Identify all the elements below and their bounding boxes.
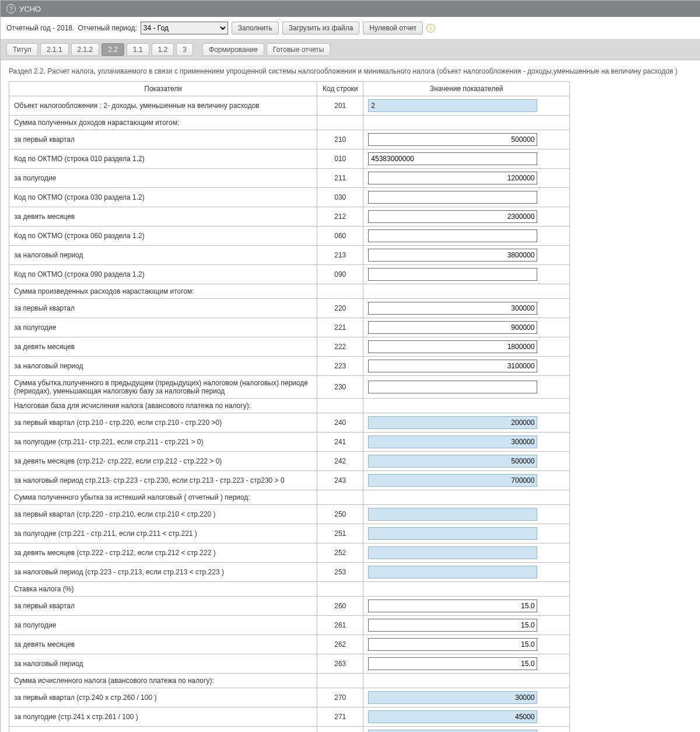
row-label: Налоговая база для исчисления налога (ав… (9, 399, 317, 413)
row-value-cell (363, 318, 570, 337)
value-input[interactable] (368, 657, 537, 670)
table-row: за полугодие221 (9, 318, 570, 337)
row-value-cell (363, 337, 570, 357)
tab-titul[interactable]: Титул (6, 43, 38, 56)
row-code: 230 (317, 376, 363, 399)
tab-2-1-2[interactable]: 2.1.2 (71, 43, 100, 56)
row-code: 242 (317, 452, 363, 471)
value-input[interactable] (368, 321, 537, 334)
row-code: 212 (317, 207, 363, 226)
value-input[interactable] (368, 302, 537, 315)
value-input (368, 566, 537, 578)
row-code (317, 284, 363, 299)
toolbar: Отчетный год - 2018. Отчетный период: 34… (1, 17, 700, 40)
row-value-cell (363, 413, 570, 433)
row-code: 221 (317, 318, 363, 337)
tab-3[interactable]: 3 (176, 43, 193, 56)
table-row: за полугодие (стр.221 - стр.211, если ст… (9, 524, 570, 543)
table-row: за первый квартал210 (9, 130, 570, 149)
period-select[interactable]: 34 - Год (141, 22, 228, 34)
row-code: 213 (317, 246, 363, 265)
value-input[interactable] (368, 133, 537, 146)
value-input[interactable] (368, 152, 537, 165)
table-row: за полугодие261 (9, 616, 570, 635)
tab-2-2[interactable]: 2.2 (102, 43, 124, 56)
row-code (317, 582, 363, 597)
row-code: 201 (317, 96, 363, 116)
row-code (317, 674, 363, 688)
table-row: за первый квартал (стр.240 x стр.260 / 1… (9, 688, 570, 707)
row-label: Код по ОКТМО (строка 090 раздела 1.2) (9, 265, 317, 284)
load-file-button[interactable]: Загрузить из файла (282, 22, 360, 34)
value-input (368, 546, 537, 559)
table-row: Сумма исчисленного налога (авансового пл… (9, 674, 570, 688)
period-label: Отчетный период: (78, 24, 136, 32)
row-code: 272 (317, 727, 363, 733)
value-input[interactable] (368, 229, 537, 242)
table-row: Код по ОКТМО (строка 010 раздела 1.2)010 (9, 149, 570, 169)
table-row: Сумма полученного убытка за истекший нал… (9, 490, 570, 505)
row-value-cell (363, 265, 570, 284)
row-code: 271 (317, 707, 363, 727)
col-indicator: Показатели (9, 82, 317, 96)
tab-formation[interactable]: Формирование (202, 43, 264, 56)
value-input[interactable] (368, 210, 537, 223)
row-code: 211 (317, 169, 363, 188)
row-label: Ставка налога (%) (9, 582, 317, 597)
table-row: за девять месяцев212 (9, 207, 570, 226)
value-input[interactable] (368, 360, 537, 372)
row-code: 090 (317, 265, 363, 284)
row-code: 060 (317, 226, 363, 246)
row-value-cell (363, 635, 570, 654)
value-input[interactable] (368, 381, 537, 393)
table-row: Код по ОКТМО (строка 090 раздела 1.2)090 (9, 265, 570, 284)
row-value-cell (363, 96, 570, 116)
row-label: Код по ОКТМО (строка 010 раздела 1.2) (9, 149, 317, 169)
table-row: за девять месяцев222 (9, 337, 570, 357)
row-code: 261 (317, 616, 363, 635)
tab-1-2[interactable]: 1.2 (152, 43, 174, 56)
row-value-cell (363, 707, 570, 727)
value-input[interactable] (368, 191, 537, 204)
value-input (368, 730, 537, 732)
value-input[interactable] (368, 638, 537, 651)
table-row: Сумма полученных доходов нарастающим ито… (9, 116, 570, 130)
fill-button[interactable]: Заполнить (232, 22, 279, 34)
titlebar-title: УСНО (19, 5, 41, 13)
row-label: за полугодие (стр.211- стр.221, если стр… (9, 433, 317, 452)
help-icon[interactable]: ? (6, 4, 16, 13)
info-icon[interactable]: i (426, 24, 435, 33)
row-code: 250 (317, 505, 363, 524)
value-input[interactable] (368, 619, 537, 632)
tab-2-1-1[interactable]: 2.1.1 (40, 43, 69, 56)
row-value-cell (363, 452, 570, 471)
table-row: Код по ОКТМО (строка 030 раздела 1.2)030 (9, 188, 570, 207)
table-row: за налоговый период стр.213- стр.223 - с… (9, 471, 570, 490)
value-input (368, 527, 537, 540)
value-input[interactable] (368, 340, 537, 353)
value-input[interactable] (368, 268, 537, 281)
tab-1-1[interactable]: 1.1 (127, 43, 149, 56)
zero-report-button[interactable]: Нулевой отчет (363, 22, 423, 34)
value-input (368, 416, 537, 429)
section-title: Раздел 2.2. Расчет налога, уплачиваемого… (1, 60, 700, 81)
row-value-cell (363, 246, 570, 265)
row-value-cell (363, 597, 570, 616)
value-input[interactable] (368, 599, 537, 612)
row-code (317, 399, 363, 413)
row-label: за девять месяцев (9, 635, 317, 654)
app-window: ? УСНО Отчетный год - 2018. Отчетный пер… (0, 0, 700, 732)
row-label: за первый квартал (9, 299, 317, 318)
value-input[interactable] (368, 172, 537, 184)
row-value-cell (363, 490, 570, 505)
row-code: 251 (317, 524, 363, 543)
table-row: за полугодие (стр.211- стр.221, если стр… (9, 433, 570, 452)
tab-ready-reports[interactable]: Готовые отчеты (267, 43, 331, 56)
row-value-cell (363, 226, 570, 246)
value-input (368, 99, 537, 112)
row-code: 270 (317, 688, 363, 707)
value-input[interactable] (368, 249, 537, 262)
table-row: за первый квартал (стр.210 - стр.220, ес… (9, 413, 570, 433)
row-code: 243 (317, 471, 363, 490)
row-value-cell (363, 357, 570, 376)
